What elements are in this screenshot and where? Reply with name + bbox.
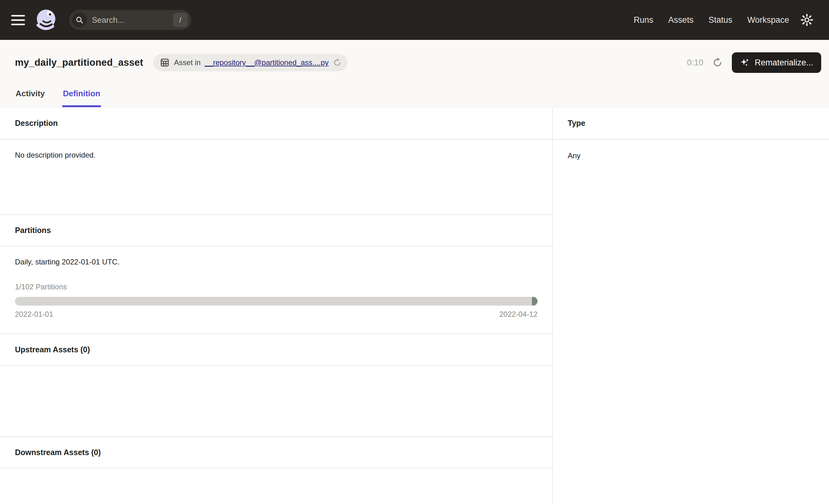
badge-reload-icon[interactable] xyxy=(333,58,342,67)
partitions-body: Daily, starting 2022-01-01 UTC. 1/102 Pa… xyxy=(0,246,552,334)
search-input[interactable] xyxy=(87,15,173,25)
upstream-assets-heading: Upstream Assets (0) xyxy=(0,334,552,366)
right-column: Type Any xyxy=(552,107,829,504)
refresh-icon[interactable] xyxy=(711,57,724,69)
upstream-assets-empty xyxy=(0,366,552,436)
top-navbar: / Runs Assets Status Workspace xyxy=(0,0,829,40)
partition-range-start: 2022-01-01 xyxy=(15,310,53,319)
repo-badge-prefix: Asset in xyxy=(174,58,201,67)
repo-grid-icon xyxy=(159,57,170,68)
repo-badge: Asset in __repository__@partitioned_ass.… xyxy=(153,54,348,71)
nav-link-assets[interactable]: Assets xyxy=(668,15,693,25)
nav-link-workspace[interactable]: Workspace xyxy=(747,15,789,25)
tab-activity[interactable]: Activity xyxy=(15,84,45,107)
nav-link-runs[interactable]: Runs xyxy=(634,15,653,25)
nav-link-status[interactable]: Status xyxy=(709,15,732,25)
tab-bar: Activity Definition xyxy=(0,84,829,107)
search-icon xyxy=(72,12,87,27)
description-body: No description provided. xyxy=(0,140,552,214)
rematerialize-button[interactable]: Rematerialize... xyxy=(732,52,821,73)
partition-range-end: 2022-04-12 xyxy=(499,310,538,319)
materialized-partition-segment xyxy=(532,297,538,305)
downstream-assets-empty xyxy=(0,468,552,504)
partitions-heading: Partitions xyxy=(0,214,552,246)
partition-health-bar xyxy=(15,297,538,305)
type-value: Any xyxy=(553,140,829,172)
definition-content: Description No description provided. Par… xyxy=(0,107,829,504)
hamburger-menu-icon[interactable] xyxy=(11,15,25,25)
gear-icon[interactable] xyxy=(800,13,814,27)
description-heading: Description xyxy=(0,107,552,140)
rematerialize-label: Rematerialize... xyxy=(755,58,813,68)
partitions-count-label: 1/102 Partitions xyxy=(15,283,538,291)
slash-shortcut-key: / xyxy=(173,13,187,27)
dagster-logo[interactable] xyxy=(34,8,58,32)
global-search: / xyxy=(69,10,191,30)
sparkles-icon xyxy=(740,58,750,68)
left-column: Description No description provided. Par… xyxy=(0,107,552,504)
type-heading: Type xyxy=(553,107,829,140)
page-title: my_daily_partitioned_asset xyxy=(15,57,143,68)
nav-links: Runs Assets Status Workspace xyxy=(634,15,789,25)
tab-definition[interactable]: Definition xyxy=(62,84,101,107)
repo-badge-link[interactable]: __repository__@partitioned_ass....py xyxy=(205,58,329,67)
partitions-summary: Daily, starting 2022-01-01 UTC. xyxy=(15,258,538,266)
page-header: my_daily_partitioned_asset Asset in __re… xyxy=(0,40,829,107)
downstream-assets-heading: Downstream Assets (0) xyxy=(0,436,552,468)
refresh-timer: 0:10 xyxy=(687,58,704,68)
